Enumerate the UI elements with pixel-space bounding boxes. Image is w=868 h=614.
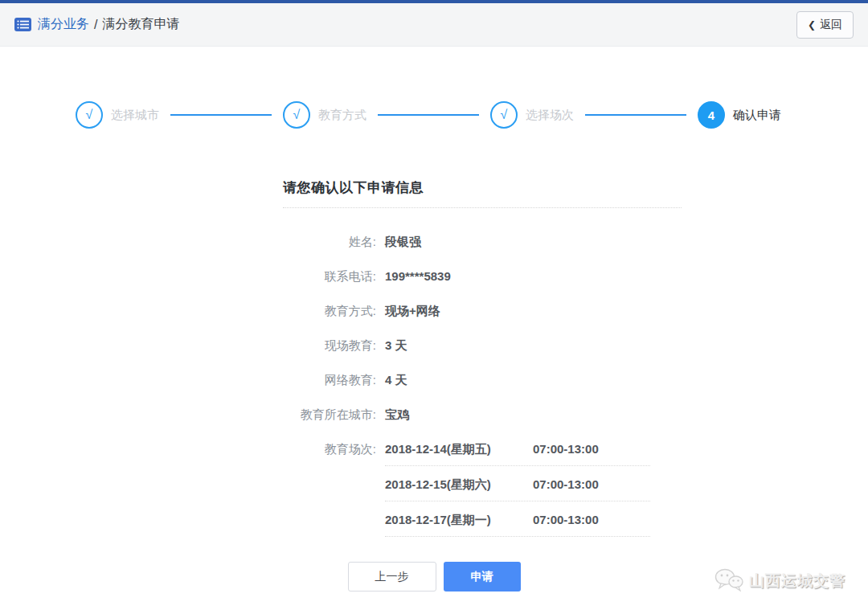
stepper-step-3: √ 选择场次 [490, 101, 574, 129]
step-4-label: 确认申请 [733, 108, 781, 123]
field-label: 教育方式: [283, 303, 376, 318]
back-button[interactable]: ❮ 返回 [796, 11, 854, 39]
form-title: 请您确认以下申请信息 [283, 178, 682, 208]
session-row: 2018-12-14(星期五) 07:00-13:00 [385, 441, 650, 466]
apply-button[interactable]: 申请 [444, 562, 521, 591]
field-label: 姓名: [283, 234, 376, 249]
step-2-check-icon: √ [283, 101, 310, 129]
stepper-connector [378, 114, 479, 116]
session-time: 07:00-13:00 [533, 477, 599, 492]
back-button-label: 返回 [820, 18, 842, 32]
session-time: 07:00-13:00 [533, 512, 599, 527]
stepper-step-4-active: 4 确认申请 [698, 101, 781, 129]
step-3-check-icon: √ [490, 101, 518, 129]
field-label: 联系电话: [283, 268, 376, 284]
field-label: 现场教育: [283, 338, 376, 353]
watermark: 山西运城交警 [714, 567, 845, 595]
chevron-left-icon: ❮ [808, 19, 816, 31]
step-1-label: 选择城市 [111, 108, 159, 123]
wechat-icon [714, 567, 743, 595]
breadcrumb-separator: / [94, 18, 97, 32]
session-date: 2018-12-17(星期一) [385, 512, 520, 527]
breadcrumb: 满分业务 / 满分教育申请 [38, 16, 179, 33]
stepper-connector [585, 114, 686, 116]
session-row: 2018-12-17(星期一) 07:00-13:00 [385, 512, 650, 537]
confirmation-form: 请您确认以下申请信息 姓名: 段银强 联系电话: 199****5839 教育方… [283, 178, 682, 547]
field-value: 段银强 [385, 234, 421, 249]
field-label: 网络教育: [283, 372, 376, 387]
step-1-check-icon: √ [76, 101, 103, 129]
field-row-online-days: 网络教育: 4 天 [283, 372, 682, 387]
field-row-city: 教育所在城市: 宝鸡 [283, 407, 682, 422]
field-row-onsite-days: 现场教育: 3 天 [283, 338, 682, 353]
step-2-label: 教育方式 [318, 108, 366, 123]
field-value: 宝鸡 [385, 407, 409, 422]
stepper-step-2: √ 教育方式 [283, 101, 366, 129]
field-row-phone: 联系电话: 199****5839 [283, 268, 682, 284]
field-label: 教育所在城市: [283, 407, 376, 422]
previous-step-button[interactable]: 上一步 [348, 562, 436, 591]
breadcrumb-secondary: 满分教育申请 [102, 16, 179, 33]
field-label: 教育场次: [283, 441, 376, 456]
stepper-connector [170, 114, 272, 116]
list-icon [14, 18, 31, 31]
step-4-number-badge: 4 [698, 101, 725, 129]
session-list: 2018-12-14(星期五) 07:00-13:00 2018-12-15(星… [385, 441, 650, 547]
field-row-sessions: 教育场次: 2018-12-14(星期五) 07:00-13:00 2018-1… [283, 441, 682, 547]
field-value: 4 天 [385, 372, 407, 387]
session-row: 2018-12-15(星期六) 07:00-13:00 [385, 477, 650, 501]
watermark-text: 山西运城交警 [749, 571, 845, 591]
header: 满分业务 / 满分教育申请 ❮ 返回 [0, 3, 868, 47]
session-date: 2018-12-14(星期五) [385, 441, 520, 456]
field-value: 3 天 [385, 338, 407, 353]
step-3-label: 选择场次 [526, 108, 574, 123]
field-row-name: 姓名: 段银强 [283, 234, 682, 249]
stepper-step-1: √ 选择城市 [76, 101, 159, 129]
field-row-education-method: 教育方式: 现场+网络 [283, 303, 682, 318]
breadcrumb-primary[interactable]: 满分业务 [38, 16, 89, 33]
session-date: 2018-12-15(星期六) [385, 477, 520, 492]
field-value: 现场+网络 [385, 303, 440, 318]
field-value: 199****5839 [385, 268, 451, 284]
session-time: 07:00-13:00 [533, 441, 599, 456]
stepper: √ 选择城市 √ 教育方式 √ 选择场次 4 确认申请 [0, 101, 868, 129]
